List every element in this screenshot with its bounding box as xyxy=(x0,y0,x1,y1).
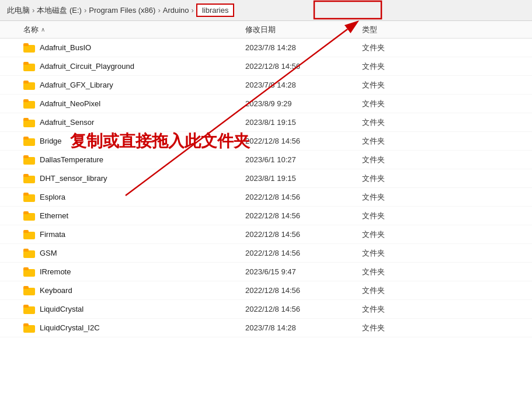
col-type-header[interactable]: 类型 xyxy=(362,25,450,35)
file-name: IRremote xyxy=(40,267,245,276)
breadcrumb-item-0[interactable]: 此电脑 xyxy=(7,5,30,16)
file-name: Ethernet xyxy=(40,211,245,220)
bridge-annotation: 复制或直接拖入此文件夹 xyxy=(70,130,250,152)
file-date: 2023/6/15 9:47 xyxy=(245,267,362,276)
folder-icon xyxy=(23,305,35,314)
folder-icon xyxy=(23,118,35,127)
table-row[interactable]: Adafruit_NeoPixel2023/8/9 9:29文件夹 xyxy=(0,95,532,113)
file-type: 文件夹 xyxy=(362,211,450,221)
breadcrumb-sep-0: › xyxy=(32,6,34,15)
table-row[interactable]: Keyboard2022/12/8 14:56文件夹 xyxy=(0,281,532,300)
file-date: 2022/12/8 14:56 xyxy=(245,137,362,145)
file-name: Adafruit_Sensor xyxy=(40,118,245,127)
table-row[interactable]: Adafruit_Sensor2023/8/1 19:15文件夹 xyxy=(0,113,532,132)
file-type: 文件夹 xyxy=(362,248,450,259)
file-name: LiquidCrystal_I2C xyxy=(40,323,245,332)
folder-icon xyxy=(23,137,35,146)
folder-icon xyxy=(23,155,35,165)
file-date: 2023/7/8 14:28 xyxy=(245,81,362,89)
file-type: 文件夹 xyxy=(362,267,450,277)
file-type: 文件夹 xyxy=(362,117,450,128)
file-type: 文件夹 xyxy=(362,136,450,147)
folder-icon xyxy=(23,99,35,109)
table-row[interactable]: DHT_sensor_library2023/8/1 19:15文件夹 xyxy=(0,169,532,188)
file-type: 文件夹 xyxy=(362,155,450,165)
breadcrumb: 此电脑 › 本地磁盘 (E:) › Program Files (x86) › … xyxy=(0,0,532,21)
folder-icon xyxy=(23,81,35,90)
file-name: Keyboard xyxy=(40,286,245,295)
folder-icon xyxy=(23,211,35,221)
breadcrumb-item-2[interactable]: Program Files (x86) xyxy=(89,6,155,15)
table-row[interactable]: Bridge2022/12/8 14:56文件夹复制或直接拖入此文件夹 xyxy=(0,132,532,151)
file-name: Adafruit_GFX_Library xyxy=(40,81,245,89)
breadcrumb-item-1[interactable]: 本地磁盘 (E:) xyxy=(37,5,82,16)
file-type: 文件夹 xyxy=(362,304,450,315)
file-date: 2023/7/8 14:28 xyxy=(245,323,362,332)
file-date: 2022/12/8 14:56 xyxy=(245,193,362,201)
file-date: 2023/8/1 19:15 xyxy=(245,174,362,183)
sort-arrow-icon: ∧ xyxy=(41,26,45,33)
file-name: Esplora xyxy=(40,193,245,201)
breadcrumb-item-3[interactable]: Arduino xyxy=(163,6,189,15)
folder-icon xyxy=(23,267,35,277)
folder-icon xyxy=(23,43,35,53)
table-row[interactable]: DallasTemperature2023/6/1 10:27文件夹 xyxy=(0,151,532,169)
file-name: LiquidCrystal xyxy=(40,305,245,313)
col-date-header[interactable]: 修改日期 xyxy=(245,25,362,35)
table-row[interactable]: GSM2022/12/8 14:56文件夹 xyxy=(0,244,532,263)
file-type: 文件夹 xyxy=(362,229,450,240)
file-date: 2023/8/1 19:15 xyxy=(245,118,362,127)
file-date: 2022/12/8 14:56 xyxy=(245,286,362,295)
file-name: Adafruit_NeoPixel xyxy=(40,99,245,108)
file-date: 2022/12/8 14:56 xyxy=(245,62,362,71)
table-row[interactable]: Adafruit_BusIO2023/7/8 14:28文件夹 xyxy=(0,39,532,57)
table-row[interactable]: IRremote2023/6/15 9:47文件夹 xyxy=(0,263,532,281)
breadcrumb-sep-2: › xyxy=(158,6,160,15)
col-name-header[interactable]: 名称 ∧ xyxy=(23,25,245,35)
folder-icon xyxy=(23,62,35,71)
table-row[interactable]: LiquidCrystal_I2C2023/7/8 14:28文件夹 xyxy=(0,319,532,337)
file-type: 文件夹 xyxy=(362,285,450,296)
file-type: 文件夹 xyxy=(362,192,450,203)
file-date: 2023/6/1 10:27 xyxy=(245,155,362,164)
file-date: 2022/12/8 14:56 xyxy=(245,249,362,257)
folder-icon xyxy=(23,286,35,295)
file-name: Adafruit_Circuit_Playground xyxy=(40,62,245,71)
file-name: DHT_sensor_library xyxy=(40,174,245,183)
file-type: 文件夹 xyxy=(362,99,450,109)
file-date: 2022/12/8 14:56 xyxy=(245,305,362,313)
file-type: 文件夹 xyxy=(362,43,450,53)
table-row[interactable]: Adafruit_Circuit_Playground2022/12/8 14:… xyxy=(0,57,532,76)
file-name: GSM xyxy=(40,249,245,257)
folder-icon xyxy=(23,323,35,333)
file-name: Firmata xyxy=(40,230,245,239)
folder-icon xyxy=(23,249,35,258)
table-row[interactable]: Adafruit_GFX_Library2023/7/8 14:28文件夹 xyxy=(0,76,532,95)
folder-icon xyxy=(23,193,35,202)
file-list: Adafruit_BusIO2023/7/8 14:28文件夹Adafruit_… xyxy=(0,39,532,415)
table-row[interactable]: Esplora2022/12/8 14:56文件夹 xyxy=(0,188,532,207)
breadcrumb-sep-1: › xyxy=(84,6,86,15)
file-name: DallasTemperature xyxy=(40,155,245,164)
folder-icon xyxy=(23,174,35,183)
table-row[interactable]: Firmata2022/12/8 14:56文件夹 xyxy=(0,225,532,244)
file-type: 文件夹 xyxy=(362,61,450,72)
file-type: 文件夹 xyxy=(362,323,450,333)
file-name: Adafruit_BusIO xyxy=(40,43,245,52)
breadcrumb-item-libraries[interactable]: libraries xyxy=(196,4,235,17)
file-date: 2022/12/8 14:56 xyxy=(245,230,362,239)
folder-icon xyxy=(23,230,35,239)
file-date: 2023/8/9 9:29 xyxy=(245,99,362,108)
file-date: 2022/12/8 14:56 xyxy=(245,211,362,220)
table-row[interactable]: LiquidCrystal2022/12/8 14:56文件夹 xyxy=(0,300,532,319)
file-type: 文件夹 xyxy=(362,173,450,184)
breadcrumb-sep-3: › xyxy=(192,6,194,15)
table-row[interactable]: Ethernet2022/12/8 14:56文件夹 xyxy=(0,207,532,225)
file-header: 名称 ∧ 修改日期 类型 xyxy=(0,21,532,39)
file-date: 2023/7/8 14:28 xyxy=(245,43,362,52)
file-type: 文件夹 xyxy=(362,80,450,90)
